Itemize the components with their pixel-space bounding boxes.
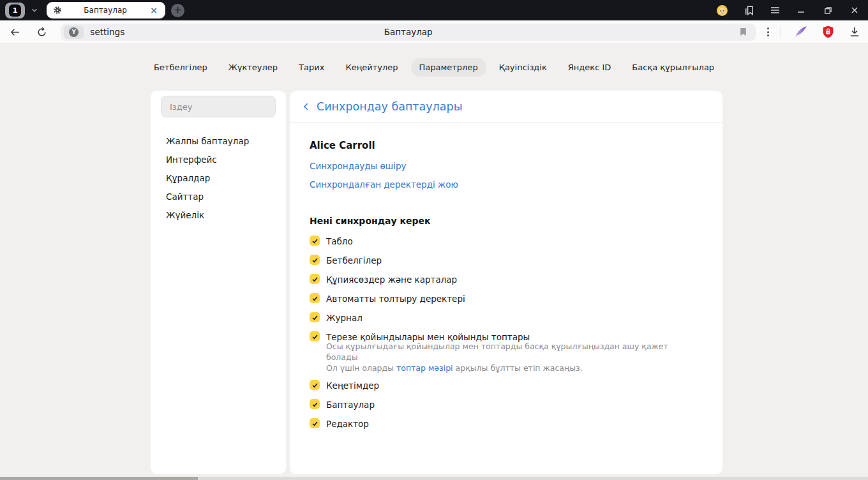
checkbox-checked-icon[interactable] bbox=[310, 236, 320, 246]
close-window-button[interactable] bbox=[849, 4, 860, 16]
sync-option-extensions[interactable]: Кеңетімдер bbox=[310, 380, 697, 391]
disable-sync-link[interactable]: Синхрондауды өшіру bbox=[310, 161, 406, 170]
gear-icon bbox=[53, 6, 62, 15]
checkbox-checked-icon[interactable] bbox=[310, 380, 320, 390]
reload-icon bbox=[36, 27, 47, 38]
settings-page: Бетбелгілер Жүктеулер Тарих Кеңейтулер П… bbox=[0, 45, 868, 480]
checkbox-checked-icon[interactable] bbox=[310, 418, 320, 428]
back-arrow-icon bbox=[10, 27, 20, 38]
tab-history[interactable]: Тарих bbox=[290, 58, 333, 77]
sidebar-item-general[interactable]: Жалпы баптаулар bbox=[151, 132, 286, 151]
tab-groups-menu-link[interactable]: топтар мәзірі bbox=[396, 363, 453, 373]
sync-option-history[interactable]: Журнал bbox=[310, 312, 697, 323]
adblock-shield-icon[interactable] bbox=[818, 24, 837, 40]
horizontal-scrollbar bbox=[0, 477, 868, 480]
page-title: Синхрондау баптаулары bbox=[317, 100, 462, 113]
address-bar[interactable]: Y settings Баптаулар bbox=[61, 24, 756, 41]
sync-option-passwords[interactable]: Құпиясөздер және карталар bbox=[310, 274, 697, 285]
settings-sidebar: Жалпы баптаулар Интерфейс Құралдар Сайтт… bbox=[151, 91, 286, 474]
sync-option-tabs-description: Осы құрылғыдағы қойындылар мен топтарды … bbox=[326, 341, 697, 373]
tab-extensions[interactable]: Кеңейтулер bbox=[337, 58, 406, 77]
chevron-down-icon bbox=[30, 6, 39, 15]
maximize-button[interactable] bbox=[822, 4, 834, 16]
sidebar-item-tools[interactable]: Құралдар bbox=[151, 169, 286, 188]
omnibox-page-title: Баптаулар bbox=[61, 27, 756, 37]
bookmarks-panel-icon[interactable] bbox=[743, 4, 755, 16]
sidebar-item-system[interactable]: Жүйелік bbox=[151, 206, 286, 225]
minimize-button[interactable] bbox=[795, 4, 807, 16]
back-chevron-button[interactable] bbox=[300, 100, 313, 113]
url-text: settings bbox=[90, 27, 124, 37]
checkbox-checked-icon[interactable] bbox=[310, 399, 320, 409]
toolbar-divider bbox=[781, 26, 781, 38]
browser-toolbar: Y settings Баптаулар bbox=[0, 20, 868, 44]
tab-bookmarks[interactable]: Бетбелгілер bbox=[146, 58, 216, 77]
delete-synced-data-link[interactable]: Синхрондалған деректерді жою bbox=[310, 180, 458, 189]
minimize-icon bbox=[797, 6, 805, 14]
tab-count: 1 bbox=[9, 4, 21, 17]
avatar[interactable] bbox=[717, 5, 728, 16]
checkbox-checked-icon[interactable] bbox=[310, 255, 320, 265]
menu-icon[interactable] bbox=[770, 6, 780, 15]
plus-icon: + bbox=[174, 6, 182, 15]
back-button[interactable] bbox=[8, 24, 23, 40]
new-tab-button[interactable]: + bbox=[171, 4, 184, 17]
site-permissions-badge[interactable]: Y bbox=[64, 26, 84, 39]
feather-extension-icon[interactable] bbox=[791, 24, 811, 40]
tab-counter-button[interactable]: 1 bbox=[5, 3, 25, 19]
checkbox-checked-icon[interactable] bbox=[310, 312, 320, 322]
sync-option-autofill[interactable]: Автоматты толтыру деректері bbox=[310, 293, 697, 304]
tab-downloads[interactable]: Жүктеулер bbox=[220, 58, 286, 77]
sidebar-item-sites[interactable]: Сайттар bbox=[151, 188, 286, 206]
tab-yandex-id[interactable]: Яндекс ID bbox=[560, 58, 620, 77]
sync-settings-panel: Синхрондау баптаулары Alice Carroll Синх… bbox=[290, 91, 722, 474]
scrollbar-thumb[interactable] bbox=[0, 477, 198, 480]
search-input[interactable] bbox=[161, 96, 276, 117]
sync-option-bookmarks[interactable]: Бетбелгілер bbox=[310, 255, 697, 266]
tab-list-chevron-button[interactable] bbox=[26, 2, 43, 19]
checkbox-checked-icon[interactable] bbox=[310, 331, 320, 341]
sidebar-list: Жалпы баптаулар Интерфейс Құралдар Сайтт… bbox=[151, 132, 286, 225]
restore-icon bbox=[824, 6, 832, 15]
tab-title: Баптаулар bbox=[62, 6, 149, 15]
tab-other-devices[interactable]: Басқа құрылғылар bbox=[624, 58, 722, 77]
browser-tab-settings[interactable]: Баптаулар × bbox=[47, 2, 165, 19]
chevron-left-icon bbox=[302, 102, 311, 111]
tab-security[interactable]: Қауіпсіздік bbox=[491, 58, 555, 77]
downloads-icon[interactable] bbox=[845, 24, 864, 40]
checkbox-checked-icon[interactable] bbox=[310, 293, 320, 303]
sync-option-editor[interactable]: Редактор bbox=[310, 418, 697, 429]
reload-button[interactable] bbox=[34, 24, 50, 40]
window-titlebar: 1 Баптаулар × + bbox=[0, 0, 868, 20]
panel-header: Синхрондау баптаулары bbox=[290, 91, 722, 123]
extensions-menu-icon[interactable] bbox=[762, 24, 774, 40]
sync-account-name: Alice Carroll bbox=[310, 140, 697, 151]
sync-option-tableau[interactable]: Табло bbox=[310, 236, 697, 246]
tab-settings[interactable]: Параметрлер bbox=[411, 58, 486, 77]
sync-option-settings[interactable]: Баптаулар bbox=[310, 399, 697, 410]
settings-nav-tabs: Бетбелгілер Жүктеулер Тарих Кеңейтулер П… bbox=[0, 58, 868, 77]
bookmark-icon[interactable] bbox=[738, 27, 748, 40]
sidebar-item-interface[interactable]: Интерфейс bbox=[151, 151, 286, 169]
tab-close-icon[interactable]: × bbox=[149, 6, 159, 15]
checkbox-checked-icon[interactable] bbox=[310, 274, 320, 284]
close-icon bbox=[851, 6, 858, 14]
protect-icon: Y bbox=[69, 27, 79, 37]
section-title: Нені синхрондау керек bbox=[310, 216, 697, 226]
